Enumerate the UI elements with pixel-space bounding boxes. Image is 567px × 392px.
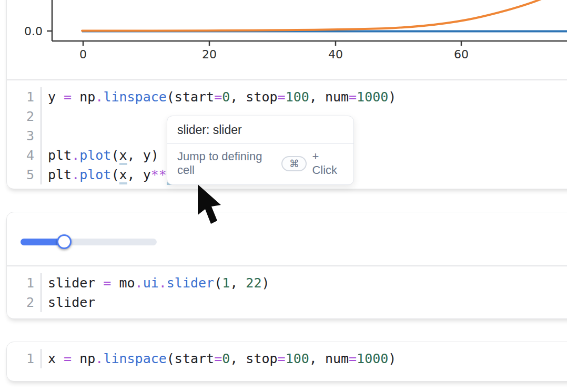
code-editor-slider[interactable]: 12 slider = mo.ui.slider(1, 22)slider: [7, 266, 567, 316]
notebook-cell-slider: 12 slider = mo.ui.slider(1, 22)slider: [6, 212, 567, 319]
x-tick-label: 40: [328, 48, 343, 61]
code-line[interactable]: slider: [48, 293, 270, 312]
line-number-gutter: 12345: [7, 87, 42, 184]
cell-output-chart: 0.0 0 20 40 60: [7, 0, 567, 79]
series-line-orange: [82, 0, 567, 31]
line-number: 5: [7, 165, 40, 184]
code-editor-x[interactable]: 1 x = np.linspace(start=0, stop=100, num…: [7, 342, 567, 373]
line-number: 2: [7, 107, 40, 126]
slider-handle[interactable]: [57, 234, 72, 249]
line-number-gutter: 12: [7, 273, 42, 312]
code-line[interactable]: slider = mo.ui.slider(1, 22): [48, 273, 270, 293]
x-tick-label: 60: [454, 48, 469, 61]
line-number: 1: [7, 87, 40, 107]
variable-reference: x: [119, 167, 127, 184]
x-tick-label: 20: [202, 48, 217, 61]
tooltip-title: slider: slider: [167, 116, 353, 143]
matplotlib-figure: 0.0 0 20 40 60: [7, 0, 567, 79]
code-line[interactable]: y = np.linspace(start=0, stop=100, num=1…: [48, 87, 396, 107]
code-lines[interactable]: slider = mo.ui.slider(1, 22)slider: [42, 273, 270, 312]
y-tick-label: 0.0: [24, 25, 43, 38]
line-number: 4: [7, 146, 40, 165]
cell-output-slider: [7, 212, 567, 266]
variable-reference: x: [119, 148, 127, 165]
line-number: 1: [7, 349, 40, 368]
x-tick-label: 0: [79, 48, 87, 61]
tooltip-action-label[interactable]: Jump to defining cell: [177, 150, 276, 177]
code-lines[interactable]: x = np.linspace(start=0, stop=100, num=1…: [42, 349, 396, 368]
mouse-cursor-icon: [197, 184, 226, 229]
line-number: 3: [7, 126, 40, 146]
variable-tooltip: slider: slider Jump to defining cell ⌘ +…: [167, 116, 354, 185]
notebook-cell-x: 1 x = np.linspace(start=0, stop=100, num…: [6, 342, 567, 381]
line-number: 2: [7, 293, 40, 312]
slider-widget[interactable]: [21, 239, 157, 245]
code-line[interactable]: x = np.linspace(start=0, stop=100, num=1…: [48, 349, 396, 368]
tooltip-suffix-label: + Click: [312, 150, 345, 177]
line-number: 1: [7, 273, 40, 293]
line-number-gutter: 1: [7, 349, 42, 368]
command-key-icon: ⌘: [281, 156, 307, 171]
